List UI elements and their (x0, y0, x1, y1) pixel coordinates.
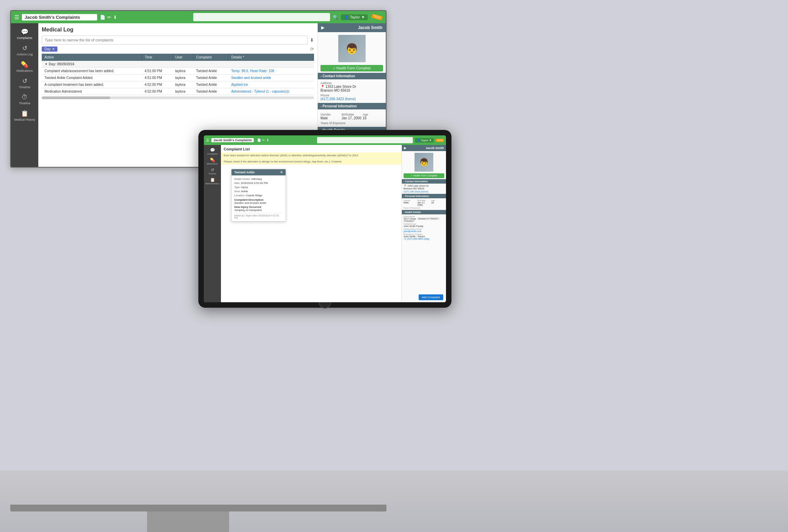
complaint-type-value: Injury (241, 186, 248, 189)
complaint-list-title: Complaint List (221, 145, 402, 152)
sidebar-item-timeline[interactable]: ↺ Timeline (11, 75, 38, 91)
tablet-sidebar-medical-history[interactable]: 📋 Medical History (204, 176, 221, 186)
scroll-bar[interactable] (42, 96, 314, 99)
desk-surface (0, 470, 788, 532)
tablet-sidebar-label-medical: Medical History (205, 183, 219, 185)
cell-user: taylora (172, 75, 193, 81)
tablet-medications-icon: 💊 (210, 158, 215, 162)
tablet-hamburger-icon[interactable]: ☰ (206, 138, 209, 143)
tablet-personal-section-header[interactable]: - Personal Information (402, 194, 446, 198)
personal-info-section-header[interactable]: - Personal Information (318, 103, 386, 109)
expand-icon[interactable]: ▼ (44, 62, 48, 66)
gender-col: Gender Male (320, 113, 341, 120)
cell-details[interactable]: Administered - Tylenol (1 - capsule(s)): (228, 88, 314, 95)
alert-row-1: Ever been treated for attention deficit … (221, 152, 402, 159)
sidebar-item-actions-log[interactable]: ↺ Actions Log (11, 42, 38, 58)
tablet-expand-icon[interactable]: ▶ (404, 146, 406, 150)
tablet-photo-placeholder: 👦 (415, 153, 433, 172)
tablet-sidebar-medications[interactable]: 💊 Medications (204, 156, 221, 166)
search-input-medical[interactable] (42, 36, 308, 44)
tablet-health-details-header[interactable]: - Health Details (402, 210, 446, 214)
birthdate-value: Jan 17, 2000 (342, 116, 362, 120)
refresh-icon[interactable]: ⟳ (310, 46, 314, 52)
medications-icon: 💊 (21, 61, 28, 68)
tablet-address-street: 1353 Lake Shore Dr (407, 185, 429, 187)
health-form-btn[interactable]: ✓ Health Form Complete (320, 65, 383, 71)
sidebar-item-medications[interactable]: 💊 Medications (11, 59, 38, 75)
tablet-nav-edit-icon[interactable]: ✏ (262, 138, 265, 142)
tablet-contact-section-header[interactable]: - Contact Information (402, 179, 446, 184)
edit-icon[interactable]: ✏ (107, 15, 111, 20)
download-nav-icon[interactable]: ⬇ (113, 15, 117, 20)
hamburger-icon[interactable]: ☰ (14, 14, 19, 21)
cell-details[interactable]: Swollen and bruised ankle (228, 75, 314, 81)
tablet-search-bar[interactable] (317, 137, 413, 143)
table-row: Complaint vitals/assessment has been add… (42, 68, 314, 75)
tablet-emergency-phone[interactable]: +1 (417) 636-9854 (day) (404, 238, 444, 240)
tablet-address-pin-icon: 📍 (404, 185, 407, 187)
tablet-navbar: ☰ Jacob Smith's Complaints 📄 ✏ ⬇ 👤 Taylo… (204, 135, 446, 145)
complaint-area: Area: Ankle (234, 190, 283, 193)
sidebar-label-actions: Actions Log (16, 53, 32, 56)
complaint-type: Type: Injury (234, 186, 283, 189)
tablet-sidebar-complaints[interactable]: 💬 Complaints (204, 146, 221, 156)
cell-time: 4:52:00 PM (142, 88, 172, 95)
tablet-emergency-contact: John Smith - Parent (404, 235, 444, 238)
contact-info-section-header[interactable]: - Contact Information (318, 73, 386, 79)
tablet-family-email-value[interactable]: john@smith.com (404, 230, 444, 232)
date-group-label: Day: 09/29/2016 (49, 62, 75, 66)
search-input-top[interactable] (193, 13, 330, 21)
cell-details[interactable]: Temp: 98.6, Heart Rate: 108 (228, 68, 314, 75)
patient-name: Jacob Smith (358, 25, 382, 30)
tablet-sidebar-label-medications: Medications (207, 163, 218, 165)
table-header-row: Action Time User Complaint Details * (42, 54, 314, 61)
complaint-added-by: added by: Taylor Allen 09/29/2016 4:51:5… (234, 213, 283, 219)
phone-value[interactable]: (417) 266-3423 (home) (320, 97, 383, 101)
user-icon: 👤 (344, 15, 349, 19)
tablet-nav-current-icon[interactable]: 📄 (257, 138, 261, 142)
cell-action: Twisted Ankle Complaint Added. (42, 75, 142, 81)
download-icon[interactable]: ⬇ (310, 37, 314, 43)
complaint-desc-section: Complaint Description Swollen and bruise… (234, 198, 283, 212)
filter-row: Day ✕ ⟳ (42, 46, 314, 52)
add-complaint-button[interactable]: Add Complaint (419, 294, 443, 300)
day-filter-badge[interactable]: Day ✕ (42, 46, 57, 52)
complaint-popup-close-icon[interactable]: ✕ (280, 171, 283, 174)
tablet-sidebar-label-complaints: Complaints (207, 153, 218, 155)
tablet-age-value: 16 (431, 201, 444, 204)
sidebar-item-medical-history[interactable]: 📋 Medical History (11, 108, 38, 123)
birthdate-label: Birthdate (342, 113, 362, 116)
exposure-label: Years of Exposure (320, 121, 383, 125)
gender-value: Male (320, 116, 341, 120)
col-header-time: Time (142, 54, 172, 61)
day-badge-close[interactable]: ✕ (52, 47, 55, 51)
cell-details[interactable]: Applied ice (228, 81, 314, 88)
tablet-user-btn[interactable]: 👤 Taylor ▼ (415, 138, 434, 143)
sidebar-label-timeline2: Timeline (19, 102, 30, 105)
tablet-nav-download-icon[interactable]: ⬇ (266, 138, 269, 142)
complaints-icon: 💬 (21, 28, 28, 36)
day-badge-label: Day (44, 47, 51, 51)
cell-time: 4:51:00 PM (142, 68, 172, 75)
actions-log-icon: ↺ (22, 44, 27, 52)
phone-label: Phone (320, 94, 383, 97)
tablet-test-badge: TEST (436, 139, 444, 142)
sidebar-item-complaints[interactable]: 💬 Complaints (11, 26, 38, 42)
tablet-sidebar-timeline[interactable]: ↺ Timeline (204, 166, 221, 176)
user-badge[interactable]: 👤 Taylor ▼ (341, 14, 368, 20)
medical-log-title: Medical Log (42, 27, 314, 33)
personal-info-grid: Gender Male Birthdate Jan 17, 2000 Age 1… (320, 113, 383, 120)
tablet-health-form-btn[interactable]: ✓ Health Form Complete (404, 173, 444, 178)
cell-complaint: Twisted Ankle (193, 75, 228, 81)
current-icon[interactable]: 📄 (100, 15, 105, 20)
tablet-device: ☰ Jacob Smith's Complaints 📄 ✏ ⬇ 👤 Taylo… (198, 130, 451, 308)
page-title: Jacob Smith's Complaints (22, 14, 97, 21)
sidebar-item-timeline2[interactable]: ⏱ Timeline (11, 92, 38, 107)
expand-panel-icon[interactable]: ▶ (321, 25, 324, 30)
search-icon-top[interactable]: 🔍 (333, 15, 338, 20)
tablet-phone[interactable]: (417) 266-3423 (home) (404, 190, 444, 193)
address-pin-icon: 📍 (320, 85, 325, 89)
cell-complaint: Twisted Ankle (193, 81, 228, 88)
photo-placeholder: 👦 (338, 35, 366, 62)
complaint-type-label: Type: (234, 186, 241, 188)
